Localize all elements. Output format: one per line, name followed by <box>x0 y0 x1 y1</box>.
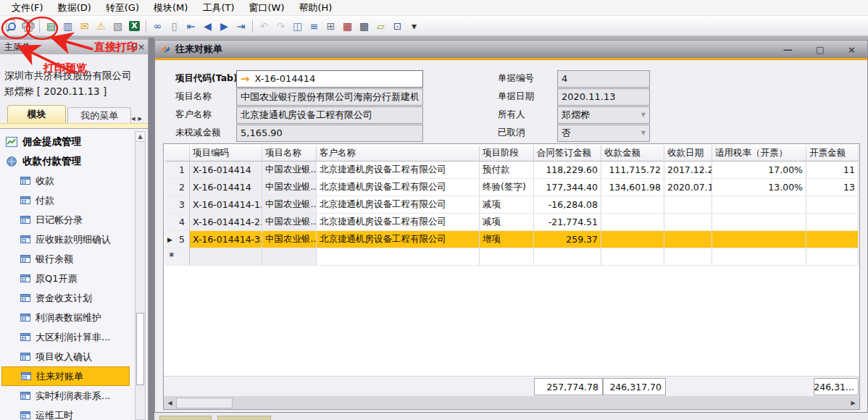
bottom-tab-1[interactable] <box>159 416 212 420</box>
table-cell[interactable] <box>712 231 806 248</box>
pin-icon[interactable] <box>130 43 138 52</box>
bottom-tab-2[interactable] <box>217 416 271 420</box>
table-cell[interactable]: 3 <box>165 196 190 214</box>
column-header[interactable]: 开票金额 <box>806 146 859 161</box>
table-cell[interactable]: 2020.07.17 <box>664 179 712 196</box>
prev-record-icon[interactable]: ◀ <box>199 17 216 35</box>
menu-item[interactable]: 帮助(H) <box>291 0 339 16</box>
paste-icon[interactable]: ▧ <box>109 17 126 35</box>
table-cell[interactable]: 11 <box>806 161 859 179</box>
table-row[interactable]: * <box>165 248 859 266</box>
sidebar-scrollbar[interactable]: ▲ <box>135 131 146 420</box>
sidebar-item[interactable]: 收款付款管理 <box>0 151 131 171</box>
tab-scroll-left-icon[interactable]: ◂ <box>131 114 135 123</box>
column-header[interactable]: 合同签订金额 <box>534 146 601 161</box>
table-cell[interactable]: 中国农业银... <box>262 214 317 231</box>
table-cell[interactable] <box>664 196 712 214</box>
table-cell[interactable]: 减项 <box>480 214 534 231</box>
table-row[interactable]: 1X-16-014414中国农业银...北京捷通机房设备工程有限公司预付款118… <box>165 161 859 179</box>
table-cell[interactable]: 增项 <box>480 231 534 248</box>
table-cell[interactable]: X-16-014414-2... <box>190 214 262 231</box>
column-header[interactable]: 收款金额 <box>601 146 664 161</box>
sidebar-item[interactable]: 银行余额 <box>0 249 131 269</box>
scroll-right-icon[interactable]: ▶ <box>847 400 859 406</box>
sidebar-item[interactable]: 实时利润表非系... <box>0 386 131 406</box>
last-record-icon[interactable]: ⇥ <box>233 17 249 35</box>
menu-item[interactable]: 模块(M) <box>146 0 195 16</box>
column-header[interactable]: 项目名称 <box>262 146 317 161</box>
next-record-icon[interactable]: ▶ <box>216 17 233 35</box>
sidebar-item-selected[interactable]: 往来对账单 <box>1 366 130 386</box>
scroll-left-icon[interactable]: ◀ <box>164 400 176 406</box>
sidebar-splitter[interactable] <box>149 38 154 420</box>
table-cell[interactable] <box>262 248 317 266</box>
tab-my-menu[interactable]: 我的菜单 <box>67 107 130 123</box>
menu-item[interactable]: 转至(G) <box>99 0 146 16</box>
table-cell[interactable]: ▶5 <box>165 231 190 248</box>
table-cell[interactable]: 北京捷通机房设备工程有限公司 <box>317 161 480 179</box>
sidebar-item[interactable]: 日记帐分录 <box>0 210 131 230</box>
sidebar-item[interactable]: 大区利润计算非... <box>0 327 131 347</box>
table-cell[interactable] <box>601 231 664 248</box>
table-cell[interactable]: 北京捷通机房设备工程有限公司 <box>317 231 480 248</box>
menu-item[interactable]: 文件(F) <box>4 0 51 16</box>
align-text-icon[interactable]: ≡ <box>306 17 322 35</box>
excel-icon[interactable]: X <box>126 17 143 35</box>
table-cell[interactable]: 13 <box>806 179 859 196</box>
sidebar-item[interactable]: 运维工时 <box>0 406 131 420</box>
copy-document-icon[interactable]: ▥ <box>59 17 76 35</box>
table-cell[interactable] <box>806 196 859 214</box>
table-cell[interactable]: 减项 <box>480 196 534 214</box>
sidebar-scrollbar-thumb[interactable] <box>136 313 144 385</box>
sidebar-item[interactable]: 收款 <box>0 171 131 190</box>
table-cell[interactable]: 中国农业银... <box>262 231 317 248</box>
toolbar-overflow-button[interactable]: ▾ <box>406 17 422 35</box>
table-cell[interactable]: 111,715.72 <box>601 161 664 179</box>
table-cell[interactable] <box>712 248 806 266</box>
report-designer-icon[interactable]: ▦ <box>339 17 356 35</box>
goto-arrow-icon[interactable]: → <box>241 72 250 85</box>
table-cell[interactable]: X-16-014414-3... <box>190 231 262 248</box>
table-cell[interactable] <box>601 248 664 266</box>
tab-modules[interactable]: 模块 <box>7 105 66 123</box>
table-cell[interactable] <box>806 214 859 231</box>
new-document-icon[interactable]: ▤ <box>43 17 59 35</box>
column-header[interactable]: 项目编码 <box>190 146 262 161</box>
table-cell[interactable]: X-16-014414 <box>190 179 262 196</box>
table-cell[interactable]: -21,774.51 <box>534 214 601 231</box>
table-cell[interactable] <box>664 231 712 248</box>
print-icon[interactable] <box>20 17 36 35</box>
sidebar-item[interactable]: 原Q1开票 <box>0 269 131 288</box>
table-cell[interactable]: 13.00% <box>712 179 806 196</box>
menu-item[interactable]: 数据(D) <box>51 0 99 16</box>
table-cell[interactable]: * <box>165 248 190 266</box>
minimize-icon[interactable]: — <box>783 44 793 55</box>
table-row[interactable]: 3X-16-014414-1...中国农业银...北京捷通机房设备工程有限公司减… <box>165 196 859 214</box>
print-preview-icon[interactable] <box>3 17 20 35</box>
window-form-icon[interactable]: ◫ <box>289 17 306 35</box>
table-cell[interactable]: 259.37 <box>534 231 601 248</box>
ruler-icon[interactable]: ▱ <box>372 17 389 35</box>
sidebar-item[interactable]: 应收账款明细确认 <box>0 230 131 249</box>
table-cell[interactable]: 134,601.98 <box>601 179 664 196</box>
column-header[interactable]: 适用税率（开票） <box>712 146 806 161</box>
table-cell[interactable]: 北京捷通机房设备工程有限公司 <box>317 196 480 214</box>
table-cell[interactable] <box>664 248 712 266</box>
field-select[interactable]: 郑熠桦▼ <box>557 106 650 124</box>
table-cell[interactable] <box>480 248 534 266</box>
blank-document-icon[interactable]: ▯ <box>166 17 183 35</box>
table-cell[interactable]: 2017.12.25 <box>664 161 712 179</box>
table-cell[interactable] <box>601 214 664 231</box>
table-row[interactable]: 4X-16-014414-2...中国农业银...北京捷通机房设备工程有限公司减… <box>165 214 859 231</box>
table-cell[interactable] <box>534 248 601 266</box>
sidebar-item[interactable]: 项目收入确认 <box>0 347 131 366</box>
table-cell[interactable]: 北京捷通机房设备工程有限公司 <box>317 214 480 231</box>
scroll-up-icon[interactable]: ▲ <box>135 132 145 142</box>
table-cell[interactable] <box>712 196 806 214</box>
table-cell[interactable]: 177,344.40 <box>534 179 601 196</box>
table-cell[interactable] <box>712 214 806 231</box>
column-header[interactable] <box>165 146 190 161</box>
undo-icon[interactable]: ↶ <box>256 17 272 35</box>
warning-icon[interactable]: ⚠ <box>93 17 109 35</box>
table-grid-icon[interactable]: ⊞ <box>322 17 339 35</box>
